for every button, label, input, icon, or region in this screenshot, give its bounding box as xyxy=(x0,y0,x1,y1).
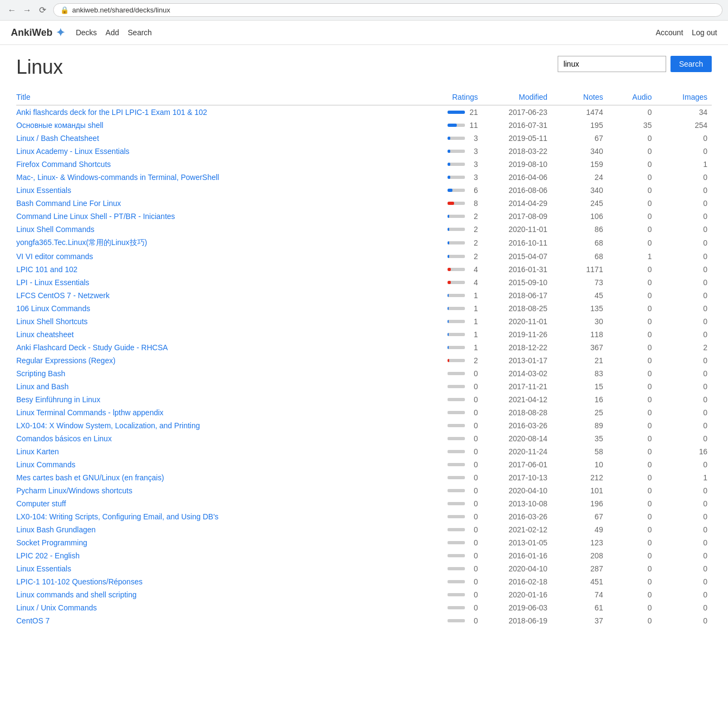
col-header-audio[interactable]: Audio xyxy=(608,89,656,105)
table-row: Comandos básicos en Linux 0 2020-08-1435… xyxy=(16,432,712,445)
deck-link[interactable]: Linux / Unix Commands xyxy=(16,603,97,612)
deck-link[interactable]: Scripting Bash xyxy=(16,369,65,378)
deck-link[interactable]: Bash Command Line For Linux xyxy=(16,199,121,208)
images-cell: 0 xyxy=(656,367,712,380)
table-row: LFCS CentOS 7 - Netzwerk 1 2018-06-17450… xyxy=(16,289,712,302)
rating-count: 0 xyxy=(467,447,478,456)
deck-link[interactable]: Linux and Bash xyxy=(16,382,69,391)
deck-link[interactable]: Linux Bash Grundlagen xyxy=(16,525,95,534)
nav-add[interactable]: Add xyxy=(106,28,119,37)
notes-cell: 195 xyxy=(552,119,608,132)
rating-cell: 0 xyxy=(399,614,482,627)
deck-link[interactable]: Firefox Command Shortcuts xyxy=(16,160,111,169)
audio-cell: 0 xyxy=(608,197,656,210)
back-button[interactable]: ← xyxy=(5,4,18,17)
deck-link[interactable]: Linux commands and shell scripting xyxy=(16,590,137,599)
modified-cell: 2018-06-19 xyxy=(482,614,552,627)
table-row: Linux Karten 0 2020-11-2458016 xyxy=(16,445,712,458)
deck-link[interactable]: LPIC 202 - English xyxy=(16,551,80,560)
browser-chrome: ← → ⟳ 🔒 ankiweb.net/shared/decks/linux xyxy=(0,0,728,21)
rating-count: 0 xyxy=(467,460,478,469)
col-header-title[interactable]: Title xyxy=(16,89,399,105)
nav-account[interactable]: Account xyxy=(656,28,684,37)
audio-cell: 0 xyxy=(608,263,656,276)
col-header-ratings[interactable]: Ratings xyxy=(399,89,482,105)
deck-link[interactable]: Comandos básicos en Linux xyxy=(16,434,112,443)
deck-link[interactable]: LPIC-1 101-102 Questions/Réponses xyxy=(16,577,143,586)
audio-cell: 0 xyxy=(608,289,656,302)
table-row: Anki flashcards deck for the LPI LPIC-1 … xyxy=(16,105,712,119)
deck-link[interactable]: VI VI editor commands xyxy=(16,252,93,261)
deck-link[interactable]: 106 Linux Commands xyxy=(16,304,90,313)
deck-link[interactable]: Anki Flashcard Deck - Study Guide - RHCS… xyxy=(16,343,168,352)
nav-logout[interactable]: Log out xyxy=(692,28,717,37)
deck-link[interactable]: Mac-, Linux- & Windows-commands in Termi… xyxy=(16,173,219,182)
deck-link[interactable]: Linux Essentials xyxy=(16,564,71,573)
rating-cell: 0 xyxy=(399,588,482,601)
rating-cell: 2 xyxy=(399,354,482,367)
deck-link[interactable]: LPI - Linux Essentials xyxy=(16,278,90,287)
images-cell: 0 xyxy=(656,588,712,601)
deck-link[interactable]: Linux Shell Shortcuts xyxy=(16,317,88,326)
search-button[interactable]: Search xyxy=(670,56,712,72)
audio-cell: 0 xyxy=(608,328,656,341)
deck-link[interactable]: Computer stuff xyxy=(16,499,66,508)
rating-count: 0 xyxy=(467,434,478,443)
rating-count: 0 xyxy=(467,616,478,625)
deck-link[interactable]: Linux cheatsheet xyxy=(16,330,74,339)
deck-link[interactable]: Mes cartes bash et GNU/Linux (en françai… xyxy=(16,473,164,482)
images-cell: 0 xyxy=(656,549,712,562)
images-cell: 0 xyxy=(656,601,712,614)
audio-cell: 1 xyxy=(608,250,656,263)
deck-link[interactable]: LX0-104: X Window System, Localization, … xyxy=(16,421,200,430)
table-row: LX0-104: Writing Scripts, Configuring Em… xyxy=(16,510,712,523)
page-title: Linux xyxy=(16,56,63,79)
rating-count: 21 xyxy=(467,108,478,117)
deck-link[interactable]: Pycharm Linux/Windows shortcuts xyxy=(16,486,132,495)
deck-link[interactable]: Command Line Linux Shell - PT/BR - Inici… xyxy=(16,212,175,221)
modified-cell: 2014-03-02 xyxy=(482,367,552,380)
images-cell: 0 xyxy=(656,523,712,536)
images-cell: 0 xyxy=(656,432,712,445)
deck-link[interactable]: Linux / Bash Cheatsheet xyxy=(16,134,99,143)
deck-link[interactable]: Linux Shell Commands xyxy=(16,225,94,234)
rating-cell: 0 xyxy=(399,510,482,523)
deck-link[interactable]: Linux Terminal Commands - lpthw appendix xyxy=(16,408,163,417)
table-row: Linux / Bash Cheatsheet 3 2019-05-116700 xyxy=(16,132,712,145)
deck-link[interactable]: Основные команды shell xyxy=(16,121,103,130)
audio-cell: 0 xyxy=(608,184,656,197)
deck-link[interactable]: LFCS CentOS 7 - Netzwerk xyxy=(16,291,110,300)
deck-link[interactable]: LX0-104: Writing Scripts, Configuring Em… xyxy=(16,512,219,521)
nav-decks[interactable]: Decks xyxy=(76,28,97,37)
address-bar[interactable]: 🔒 ankiweb.net/shared/decks/linux xyxy=(53,3,723,17)
rating-cell: 3 xyxy=(399,132,482,145)
forward-button[interactable]: → xyxy=(21,4,34,17)
deck-link[interactable]: Anki flashcards deck for the LPI LPIC-1 … xyxy=(16,108,207,117)
rating-count: 1 xyxy=(467,304,478,313)
deck-link[interactable]: Linux Essentials xyxy=(16,186,71,195)
deck-link[interactable]: CentOS 7 xyxy=(16,616,49,625)
refresh-button[interactable]: ⟳ xyxy=(36,4,49,17)
deck-link[interactable]: Socket Programming xyxy=(16,538,87,547)
deck-link[interactable]: Linux Karten xyxy=(16,447,59,456)
modified-cell: 2016-01-16 xyxy=(482,549,552,562)
deck-link[interactable]: yongfa365.Tec.Linux(常用的Linux技巧) xyxy=(16,238,147,247)
col-header-modified[interactable]: Modified xyxy=(482,89,552,105)
deck-link[interactable]: Besy Einführung in Linux xyxy=(16,395,100,404)
nav-search[interactable]: Search xyxy=(128,28,152,37)
images-cell: 0 xyxy=(656,575,712,588)
notes-cell: 61 xyxy=(552,601,608,614)
deck-link[interactable]: Regular Expressions (Regex) xyxy=(16,356,116,365)
app-logo: AnkiWeb ✦ xyxy=(11,26,65,39)
search-input[interactable] xyxy=(558,56,666,72)
deck-link[interactable]: Linux Commands xyxy=(16,460,75,469)
col-header-notes[interactable]: Notes xyxy=(552,89,608,105)
rating-count: 0 xyxy=(467,473,478,482)
deck-link[interactable]: Linux Academy - Linux Essentials xyxy=(16,147,130,156)
table-row: Scripting Bash 0 2014-03-028300 xyxy=(16,367,712,380)
col-header-images[interactable]: Images xyxy=(656,89,712,105)
rating-count: 0 xyxy=(467,564,478,573)
deck-link[interactable]: LPIC 101 and 102 xyxy=(16,265,78,274)
audio-cell: 0 xyxy=(608,105,656,119)
rating-count: 0 xyxy=(467,499,478,508)
